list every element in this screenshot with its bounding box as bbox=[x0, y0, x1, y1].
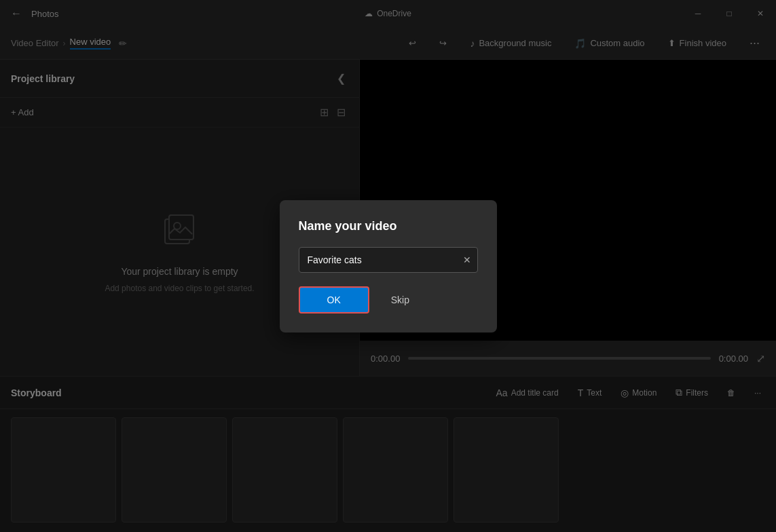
modal-title: Name your video bbox=[299, 219, 478, 233]
clear-input-button[interactable]: ✕ bbox=[463, 254, 471, 265]
name-video-modal: Name your video ✕ OK Skip bbox=[280, 200, 497, 332]
modal-buttons: OK Skip bbox=[299, 286, 478, 314]
modal-input-wrapper: ✕ bbox=[299, 247, 478, 273]
modal-overlay: Name your video ✕ OK Skip bbox=[0, 0, 776, 532]
video-name-input[interactable] bbox=[299, 247, 478, 273]
skip-button[interactable]: Skip bbox=[377, 286, 423, 314]
ok-button[interactable]: OK bbox=[299, 286, 369, 314]
